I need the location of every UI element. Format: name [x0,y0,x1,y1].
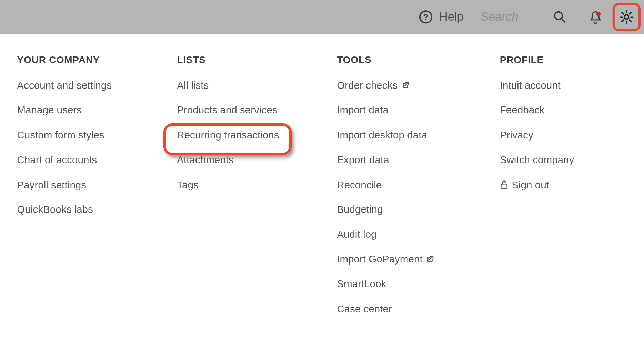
link-audit-log[interactable]: Audit log [337,229,463,240]
heading-profile: PROFILE [500,54,636,65]
link-smartlook[interactable]: SmartLook [337,278,463,290]
link-custom-form-styles[interactable]: Custom form styles [17,130,168,141]
link-sign-out[interactable]: Sign out [500,179,636,190]
column-divider [480,54,480,314]
link-all-lists[interactable]: All lists [177,80,328,91]
svg-line-9 [622,12,624,14]
column-profile: PROFILE Intuit accountFeedbackPrivacySwi… [500,54,644,314]
link-export-data[interactable]: Export data [337,154,463,166]
link-import-gopayment[interactable]: Import GoPayment [337,254,463,265]
link-quickbooks-labs[interactable]: QuickBooks labs [17,204,168,215]
link-label: Reconcile [337,179,382,190]
link-label: Intuit account [500,80,561,91]
link-reconcile[interactable]: Reconcile [337,179,463,190]
column-tools: TOOLS Order checksImport dataImport desk… [337,54,471,314]
search-icon[interactable] [553,10,566,24]
link-label: Case center [337,303,392,314]
gear-icon[interactable] [619,9,634,24]
external-link-icon [401,81,410,90]
link-budgeting[interactable]: Budgeting [337,204,463,215]
link-label: Export data [337,154,389,166]
link-order-checks[interactable]: Order checks [337,80,463,91]
notification-dot [596,12,601,16]
gear-highlight-box [613,3,641,31]
help-label[interactable]: Help [439,10,464,24]
link-label: Import desktop data [337,130,427,141]
svg-line-3 [562,19,565,22]
link-recurring-transactions[interactable]: Recurring transactions [177,130,328,141]
link-label: Chart of accounts [17,154,97,166]
svg-rect-13 [501,184,507,189]
lock-open-icon [500,180,509,189]
column-your-company: YOUR COMPANY Account and settingsManage … [17,54,177,314]
heading-lists: LISTS [177,54,328,65]
link-label: Import GoPayment [337,254,423,265]
svg-line-11 [630,12,631,14]
link-chart-of-accounts[interactable]: Chart of accounts [17,154,168,166]
link-label: Privacy [500,130,533,141]
link-label: Order checks [337,80,398,91]
link-label: Attachments [177,154,234,166]
search-input[interactable] [481,10,553,24]
link-import-data[interactable]: Import data [337,105,463,116]
link-import-desktop-data[interactable]: Import desktop data [337,130,463,141]
link-case-center[interactable]: Case center [337,303,463,314]
link-label: SmartLook [337,278,386,290]
link-payroll-settings[interactable]: Payroll settings [17,179,168,190]
link-tags[interactable]: Tags [177,179,328,190]
link-label: Custom form styles [17,130,104,141]
link-label: Budgeting [337,204,383,215]
external-link-icon [426,255,435,264]
link-feedback[interactable]: Feedback [500,105,636,116]
heading-your-company: YOUR COMPANY [17,54,168,65]
link-account-and-settings[interactable]: Account and settings [17,80,168,91]
link-label: Import data [337,105,389,116]
svg-text:?: ? [423,12,429,22]
link-privacy[interactable]: Privacy [500,130,636,141]
link-label: QuickBooks labs [17,204,93,215]
link-label: Payroll settings [17,179,86,190]
link-label: Sign out [512,179,549,190]
notifications-icon[interactable] [588,9,603,24]
column-lists: LISTS All listsProducts and servicesRecu… [177,54,337,314]
svg-point-4 [624,15,628,19]
link-label: Manage users [17,105,82,116]
link-label: Products and services [177,105,277,116]
topbar: ? Help [0,0,644,34]
link-label: Account and settings [17,80,112,91]
heading-tools: TOOLS [337,54,463,65]
link-attachments[interactable]: Attachments [177,154,328,166]
link-manage-users[interactable]: Manage users [17,105,168,116]
link-label: All lists [177,80,209,91]
link-products-and-services[interactable]: Products and services [177,105,328,116]
svg-line-12 [622,20,624,22]
link-label: Audit log [337,229,376,240]
link-label: Recurring transactions [177,130,279,141]
link-intuit-account[interactable]: Intuit account [500,80,636,91]
help-icon[interactable]: ? [419,10,433,24]
link-switch-company[interactable]: Switch company [500,154,636,166]
link-label: Tags [177,179,199,190]
link-label: Feedback [500,105,545,116]
settings-panel: YOUR COMPANY Account and settingsManage … [0,34,644,323]
svg-line-10 [630,20,631,22]
link-label: Switch company [500,154,574,166]
